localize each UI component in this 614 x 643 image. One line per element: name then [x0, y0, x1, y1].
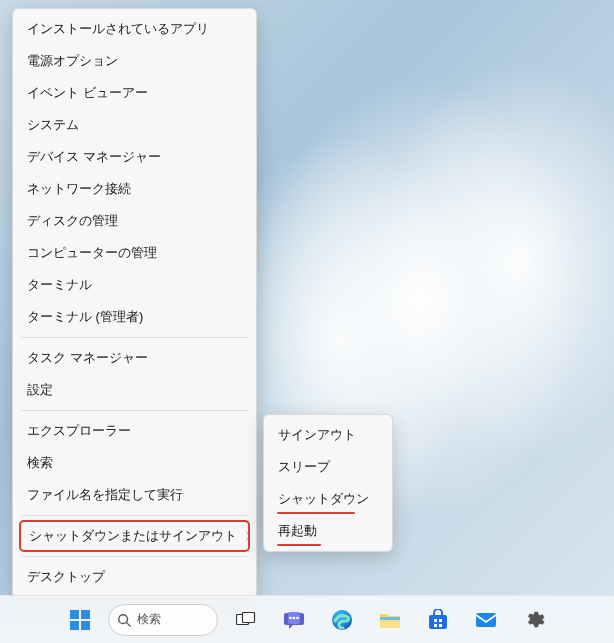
menu-item-label: デバイス マネージャー	[27, 148, 242, 166]
menu-item-label: デスクトップ	[27, 568, 242, 586]
menu-item-settings[interactable]: 設定	[13, 374, 256, 406]
menu-item-label: タスク マネージャー	[27, 349, 242, 367]
file-explorer-button[interactable]	[370, 600, 410, 640]
svg-point-10	[289, 616, 292, 619]
desktop-background: インストールされているアプリ 電源オプション イベント ビューアー システム デ…	[0, 0, 614, 643]
menu-item-system[interactable]: システム	[13, 109, 256, 141]
mail-button[interactable]	[466, 600, 506, 640]
menu-item-terminal[interactable]: ターミナル	[13, 269, 256, 301]
svg-rect-19	[439, 624, 442, 627]
annotation-underline	[277, 544, 321, 546]
winx-context-menu: インストールされているアプリ 電源オプション イベント ビューアー システム デ…	[12, 8, 257, 598]
edge-button[interactable]	[322, 600, 362, 640]
menu-item-label: 検索	[27, 454, 242, 472]
menu-item-network-connections[interactable]: ネットワーク接続	[13, 173, 256, 205]
settings-button[interactable]	[514, 600, 554, 640]
taskbar: 検索	[0, 595, 614, 643]
search-box[interactable]: 検索	[108, 604, 218, 636]
annotation-underline	[277, 512, 355, 514]
menu-item-installed-apps[interactable]: インストールされているアプリ	[13, 13, 256, 45]
chevron-right-icon: 〉	[245, 529, 256, 544]
task-view-button[interactable]	[226, 600, 266, 640]
menu-item-label: システム	[27, 116, 242, 134]
svg-line-5	[127, 622, 131, 626]
submenu-item-restart[interactable]: 再起動	[264, 515, 392, 547]
submenu-item-label: シャットダウン	[278, 490, 378, 508]
svg-rect-17	[439, 619, 442, 622]
menu-item-desktop[interactable]: デスクトップ	[13, 561, 256, 593]
menu-item-run[interactable]: ファイル名を指定して実行	[13, 479, 256, 511]
menu-separator	[21, 337, 248, 338]
menu-item-label: ネットワーク接続	[27, 180, 242, 198]
submenu-item-sign-out[interactable]: サインアウト	[264, 419, 392, 451]
svg-point-11	[296, 616, 299, 619]
menu-item-label: ディスクの管理	[27, 212, 242, 230]
menu-item-terminal-admin[interactable]: ターミナル (管理者)	[13, 301, 256, 333]
store-icon	[427, 609, 449, 631]
svg-rect-0	[70, 610, 79, 619]
svg-rect-16	[434, 619, 437, 622]
gear-icon	[523, 609, 545, 631]
svg-rect-18	[434, 624, 437, 627]
task-view-icon	[236, 612, 256, 628]
chat-button[interactable]	[274, 600, 314, 640]
windows-icon	[69, 609, 91, 631]
submenu-item-shut-down[interactable]: シャットダウン	[264, 483, 392, 515]
menu-separator	[21, 515, 248, 516]
menu-item-computer-management[interactable]: コンピューターの管理	[13, 237, 256, 269]
submenu-item-label: サインアウト	[278, 426, 378, 444]
menu-item-label: イベント ビューアー	[27, 84, 242, 102]
menu-item-device-manager[interactable]: デバイス マネージャー	[13, 141, 256, 173]
menu-item-label: ターミナル (管理者)	[27, 308, 242, 326]
svg-rect-20	[476, 613, 496, 627]
menu-item-disk-management[interactable]: ディスクの管理	[13, 205, 256, 237]
menu-separator	[21, 410, 248, 411]
menu-item-shutdown-signout[interactable]: シャットダウンまたはサインアウト 〉	[19, 520, 250, 552]
menu-item-label: ファイル名を指定して実行	[27, 486, 242, 504]
mail-icon	[475, 612, 497, 628]
menu-separator	[21, 556, 248, 557]
svg-rect-1	[81, 610, 90, 619]
menu-item-file-explorer[interactable]: エクスプローラー	[13, 415, 256, 447]
svg-rect-3	[81, 621, 90, 630]
search-icon	[117, 613, 131, 627]
menu-item-label: 設定	[27, 381, 242, 399]
start-button[interactable]	[60, 600, 100, 640]
svg-rect-15	[429, 615, 447, 629]
menu-item-label: シャットダウンまたはサインアウト	[29, 527, 237, 545]
chat-icon	[283, 609, 305, 631]
submenu-item-label: 再起動	[278, 522, 378, 540]
menu-item-label: 電源オプション	[27, 52, 242, 70]
folder-icon	[379, 611, 401, 629]
menu-item-power-options[interactable]: 電源オプション	[13, 45, 256, 77]
menu-item-label: コンピューターの管理	[27, 244, 242, 262]
menu-item-event-viewer[interactable]: イベント ビューアー	[13, 77, 256, 109]
menu-item-label: エクスプローラー	[27, 422, 242, 440]
svg-rect-2	[70, 621, 79, 630]
submenu-item-sleep[interactable]: スリープ	[264, 451, 392, 483]
svg-point-9	[293, 616, 296, 619]
menu-item-search[interactable]: 検索	[13, 447, 256, 479]
menu-item-label: ターミナル	[27, 276, 242, 294]
store-button[interactable]	[418, 600, 458, 640]
search-placeholder: 検索	[137, 611, 161, 628]
submenu-item-label: スリープ	[278, 458, 378, 476]
menu-item-task-manager[interactable]: タスク マネージャー	[13, 342, 256, 374]
svg-rect-7	[243, 612, 255, 622]
shutdown-submenu: サインアウト スリープ シャットダウン 再起動	[263, 414, 393, 552]
edge-icon	[331, 609, 353, 631]
svg-rect-14	[380, 617, 400, 620]
menu-item-label: インストールされているアプリ	[27, 20, 242, 38]
